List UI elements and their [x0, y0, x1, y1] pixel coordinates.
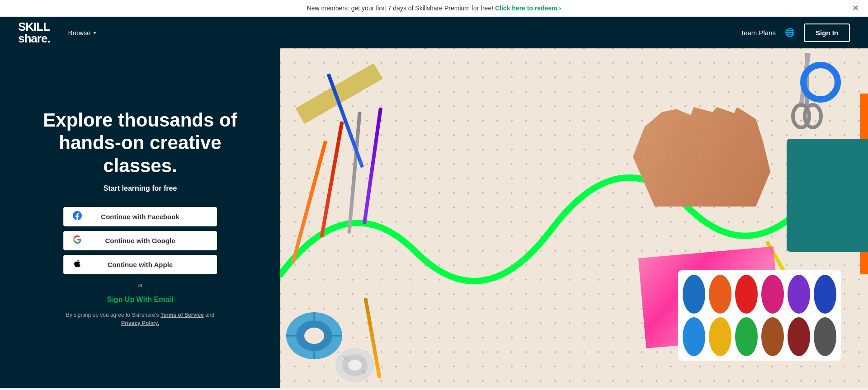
palette-color-dot: [735, 317, 758, 356]
divider-line-left: [63, 285, 132, 285]
logo-line2: share.: [18, 33, 50, 44]
items-overlay: [280, 48, 868, 388]
svg-point-13: [348, 360, 362, 371]
globe-icon[interactable]: 🌐: [785, 28, 795, 38]
signin-button[interactable]: Sign In: [804, 23, 850, 42]
navbar-right: Team Plans 🌐 Sign In: [741, 23, 850, 42]
google-button-label: Continue with Google: [73, 237, 208, 244]
palette-color-dot: [709, 275, 731, 314]
announcement-close-button[interactable]: ✕: [852, 3, 859, 13]
purple-pencil: [363, 108, 382, 225]
right-panel: [280, 48, 868, 388]
svg-point-6: [304, 328, 324, 344]
apple-auth-button[interactable]: Continue with Apple: [63, 255, 217, 274]
navbar: SKILL share. Browse ▾ Team Plans 🌐 Sign …: [0, 17, 868, 48]
ruler: [295, 63, 382, 124]
apple-button-label: Continue with Apple: [73, 261, 208, 268]
teal-sleeve: [787, 139, 868, 252]
announcement-bar: New members: get your first 7 days of Sk…: [0, 0, 868, 17]
palette-color-dot: [683, 275, 705, 314]
palette-color-dot: [683, 317, 705, 356]
hero-subtitle: Start learning for free: [104, 184, 177, 193]
hero-title: Explore thousands of hands-on creative c…: [27, 109, 253, 177]
terms-text: By signing up you agree to Skillshare's …: [63, 311, 217, 327]
facebook-icon: [73, 211, 82, 222]
terms-of-service-link[interactable]: Terms of Service: [160, 312, 204, 318]
masking-tape: [335, 347, 375, 383]
browse-button[interactable]: Browse ▾: [68, 29, 96, 37]
divider: or: [63, 282, 217, 288]
google-icon: [73, 235, 82, 246]
logo-line1: SKILL: [18, 21, 50, 33]
red-pencil: [320, 121, 344, 237]
palette-color-dot: [788, 317, 810, 356]
palette-color-dot: [814, 275, 836, 314]
auth-buttons: Continue with Facebook Continue with Goo…: [63, 207, 217, 274]
orange-pencil: [291, 141, 327, 264]
hand: [633, 107, 778, 207]
logo: SKILL share.: [18, 21, 50, 44]
palette-color-dot: [761, 275, 784, 314]
chevron-down-icon: ▾: [94, 30, 96, 35]
email-signup-button[interactable]: Sign Up With Email: [107, 296, 174, 304]
facebook-auth-button[interactable]: Continue with Facebook: [63, 207, 217, 226]
palette-color-dot: [761, 317, 784, 356]
announcement-link[interactable]: Click here to redeem ›: [495, 5, 561, 12]
divider-line-right: [148, 285, 217, 285]
browse-label: Browse: [68, 29, 91, 37]
apple-icon: [73, 259, 82, 270]
blue-ring: [800, 62, 841, 103]
palette-color-dot: [814, 317, 836, 356]
palette-color-dot: [735, 275, 758, 314]
announcement-text: New members: get your first 7 days of Sk…: [307, 5, 493, 12]
palette-color-dot: [788, 275, 810, 314]
pegboard-background: [280, 48, 868, 388]
privacy-policy-link[interactable]: Privacy Policy.: [121, 320, 159, 326]
divider-text: or: [137, 282, 143, 288]
watercolor-palette: [678, 270, 841, 361]
google-auth-button[interactable]: Continue with Google: [63, 231, 217, 250]
main-content: Explore thousands of hands-on creative c…: [0, 48, 868, 388]
left-panel: Explore thousands of hands-on creative c…: [0, 48, 280, 388]
team-plans-button[interactable]: Team Plans: [741, 29, 776, 37]
palette-color-dot: [709, 317, 731, 356]
facebook-button-label: Continue with Facebook: [73, 213, 208, 221]
svg-point-3: [805, 105, 821, 127]
